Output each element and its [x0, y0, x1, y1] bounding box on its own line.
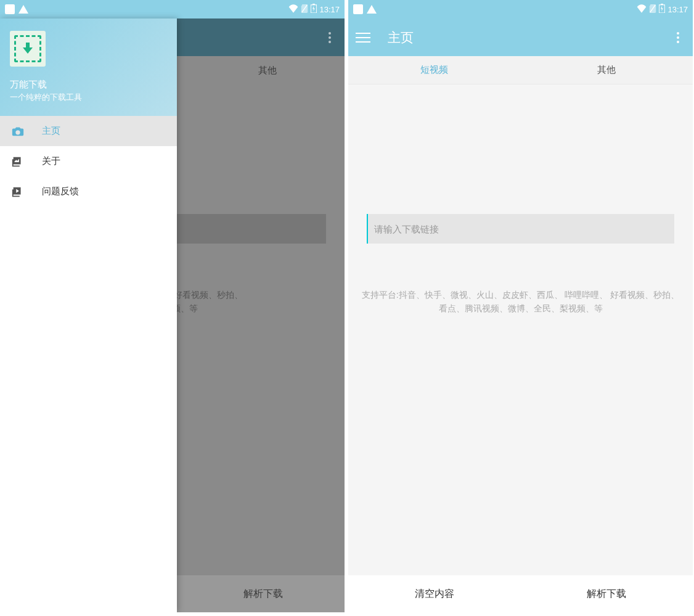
status-time: 13:17: [667, 5, 688, 14]
no-sim-icon: [649, 4, 656, 15]
drawer-item-label: 主页: [42, 125, 60, 137]
app-logo-icon: [10, 31, 46, 67]
drawer-item-label: 问题反馈: [42, 186, 79, 197]
wifi-icon: [288, 4, 298, 15]
overflow-menu-icon[interactable]: [322, 30, 337, 45]
status-time: 13:17: [319, 5, 340, 14]
camera-icon: [11, 125, 25, 138]
tab-other-dimmed: 其他: [258, 65, 277, 76]
screen-main: 13:17 主页 短视频 其他 支持平台:抖音、快手、微视、火山、皮皮虾、西瓜、…: [348, 0, 693, 612]
drawer-header: 万能下载 一个纯粹的下载工具: [0, 18, 177, 116]
square-status-icon: [5, 4, 15, 14]
parse-download-button[interactable]: 解析下载: [521, 575, 693, 612]
drawer-item-about[interactable]: 关于: [0, 146, 177, 176]
warning-icon: [18, 5, 28, 14]
url-input-container: [367, 214, 674, 244]
supported-platforms-text: 支持平台:抖音、快手、微视、火山、皮皮虾、西瓜、 哔哩哔哩、 好看视频、秒拍、看…: [361, 288, 680, 316]
drawer-item-label: 关于: [42, 155, 60, 167]
drawer-item-home[interactable]: 主页: [0, 116, 177, 146]
bottom-action-bar: 清空内容 解析下载: [348, 575, 693, 612]
overflow-menu-icon[interactable]: [671, 30, 685, 45]
warning-icon: [367, 5, 377, 14]
video-icon: [11, 185, 25, 199]
navigation-drawer: 万能下载 一个纯粹的下载工具 主页 关于 问题反馈: [0, 18, 177, 612]
parse-download-btn-dimmed: 解析下载: [243, 588, 283, 601]
page-title: 主页: [388, 29, 671, 46]
svg-rect-1: [313, 4, 316, 5]
status-bar: 13:17: [0, 0, 345, 18]
no-sim-icon: [301, 4, 308, 15]
square-status-icon: [353, 4, 363, 14]
hamburger-menu-icon[interactable]: [356, 30, 370, 45]
drawer-item-feedback[interactable]: 问题反馈: [0, 176, 177, 207]
drawer-menu: 主页 关于 问题反馈: [0, 116, 177, 207]
tab-other[interactable]: 其他: [521, 56, 693, 84]
status-bar: 13:17: [348, 0, 693, 18]
image-icon: [11, 155, 25, 168]
app-bar: 主页: [348, 18, 693, 56]
download-url-input[interactable]: [367, 214, 674, 244]
wifi-icon: [637, 4, 647, 15]
tab-label: 短视频: [420, 64, 448, 76]
button-label: 解析下载: [587, 588, 626, 601]
tab-short-video[interactable]: 短视频: [348, 56, 521, 84]
battery-charging-icon: [311, 4, 317, 15]
clear-button[interactable]: 清空内容: [348, 575, 521, 612]
drawer-subtitle: 一个纯粹的下载工具: [10, 92, 167, 103]
screen-drawer-open: 13:17 其他 下、西瓜、 哔哩哔哩、 好看视频、秒拍、 全民、梨视频、等 解…: [0, 0, 345, 612]
drawer-app-name: 万能下载: [10, 79, 167, 91]
svg-rect-3: [661, 4, 664, 5]
tab-bar: 短视频 其他: [348, 56, 693, 84]
button-label: 清空内容: [415, 588, 454, 601]
battery-charging-icon: [659, 4, 665, 15]
main-content: 支持平台:抖音、快手、微视、火山、皮皮虾、西瓜、 哔哩哔哩、 好看视频、秒拍、看…: [348, 84, 693, 575]
tab-label: 其他: [597, 64, 616, 76]
